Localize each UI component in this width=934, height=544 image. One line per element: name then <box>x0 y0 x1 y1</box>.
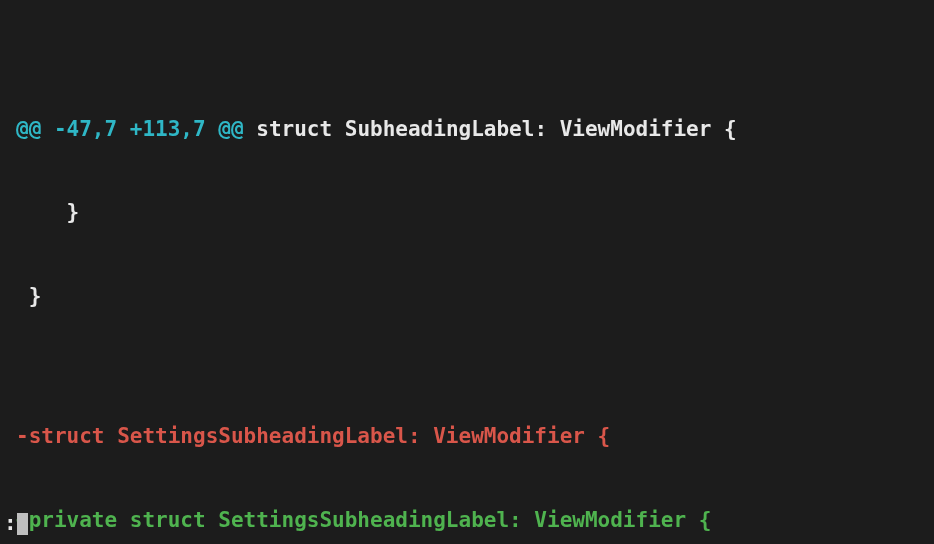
added-line: +private struct SettingsSubheadingLabel:… <box>0 507 934 535</box>
cursor <box>17 513 28 535</box>
diff-viewer: @@ -47,7 +113,7 @@ struct SubheadingLabe… <box>0 0 934 544</box>
prompt-colon: : <box>4 510 17 538</box>
pager-prompt[interactable]: : <box>0 510 32 538</box>
hunk-marker: @@ <box>16 117 54 141</box>
removed-line: -struct SettingsSubheadingLabel: ViewMod… <box>0 423 934 451</box>
context-line: } <box>0 199 934 227</box>
hunk-header: @@ -47,7 +113,7 @@ struct SubheadingLabe… <box>0 116 934 144</box>
context-line: } <box>0 283 934 311</box>
hunk-range: -47,7 +113,7 <box>54 117 206 141</box>
hunk-heading: struct SubheadingLabel: ViewModifier { <box>244 117 737 141</box>
hunk-marker: @@ <box>206 117 244 141</box>
